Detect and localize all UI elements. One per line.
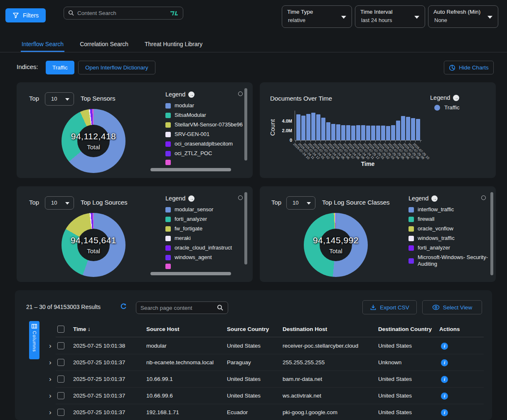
legend-horizontal-scrollbar[interactable] [150, 168, 231, 171]
legend-item[interactable]: forti_analyzer [409, 245, 488, 251]
bar[interactable] [406, 117, 410, 140]
column-header-source-country[interactable]: Source Country [227, 323, 269, 336]
row-expander-icon[interactable]: › [49, 371, 52, 388]
legend-item[interactable]: StellarVM-Sensor-0735be96 [165, 121, 245, 128]
traffic-index-button[interactable]: Traffic [46, 61, 74, 74]
tab-threat-hunting-library[interactable]: Threat Hunting Library [144, 37, 203, 52]
bar[interactable] [386, 126, 390, 140]
legend-item-label: SitsaModular [175, 112, 206, 119]
legend-item[interactable]: forti_analyzer [165, 216, 245, 222]
legend-vertical-scrollbar[interactable] [244, 192, 247, 264]
legend-item[interactable]: windows_traffic [409, 235, 488, 242]
row-expander-icon[interactable]: › [49, 404, 52, 420]
top-n-select[interactable]: 10 [45, 92, 74, 106]
legend-vertical-scrollbar[interactable] [244, 88, 247, 161]
bar[interactable] [321, 118, 325, 140]
row-info-icon[interactable]: i [441, 409, 448, 416]
legend-radio-icon[interactable] [238, 195, 243, 200]
bar[interactable] [346, 125, 350, 140]
bar[interactable] [351, 126, 355, 140]
legend-vertical-scrollbar[interactable] [490, 192, 493, 275]
legend-item[interactable]: windows_agent [165, 254, 245, 261]
legend-item[interactable]: oci_orasenatdpltsecitom [165, 141, 245, 147]
column-header-destination-country[interactable]: Destination Country [378, 323, 432, 336]
column-header-actions[interactable]: Actions [439, 323, 460, 336]
bar[interactable] [316, 114, 320, 140]
bar[interactable] [401, 116, 405, 140]
legend-scroll-arrow-icon[interactable]: → [188, 195, 194, 202]
tab-correlation-search[interactable]: Correlation Search [79, 37, 129, 52]
legend-item[interactable]: meraki [165, 235, 245, 242]
legend-item[interactable]: modular_sensor [165, 206, 245, 213]
bar[interactable] [366, 126, 370, 140]
row-info-icon[interactable]: i [441, 376, 448, 383]
bar[interactable] [356, 125, 360, 140]
bar[interactable] [391, 125, 395, 140]
bar[interactable] [371, 126, 375, 140]
row-checkbox[interactable] [57, 392, 64, 399]
bar[interactable] [336, 124, 340, 140]
bar[interactable] [331, 124, 335, 140]
bar[interactable] [376, 126, 380, 140]
legend-scroll-arrow-icon[interactable]: → [188, 91, 194, 98]
legend-item[interactable]: fw_fortigate [165, 225, 245, 232]
bar[interactable] [296, 114, 300, 140]
legend-item[interactable]: oracle_cloud_infrastruct [165, 245, 245, 251]
legend-radio-icon[interactable] [481, 195, 486, 200]
bar[interactable] [396, 121, 400, 140]
time-interval-dropdown[interactable]: Time Interval last 24 hours [355, 5, 425, 28]
legend-item[interactable]: oci_ZTLZ_POC [165, 150, 245, 157]
row-checkbox[interactable] [57, 409, 64, 416]
row-expander-icon[interactable]: › [49, 388, 52, 404]
export-csv-button[interactable]: Export CSV [362, 300, 417, 314]
bar[interactable] [381, 126, 385, 140]
page-search-box[interactable] [136, 301, 228, 314]
row-checkbox[interactable] [57, 342, 64, 349]
bar[interactable] [411, 118, 415, 140]
legend-item[interactable]: SitsaModular [165, 112, 245, 119]
legend-item[interactable]: modular [165, 102, 245, 109]
legend-horizontal-scrollbar[interactable] [150, 272, 231, 275]
page-search-input[interactable] [140, 305, 217, 311]
legend-item[interactable] [165, 264, 245, 269]
legend-item[interactable]: Microsoft-Windows- Security-Auditing [409, 254, 488, 267]
row-expander-icon[interactable]: › [49, 338, 52, 354]
row-info-icon[interactable]: i [441, 393, 448, 400]
select-all-checkbox[interactable] [57, 326, 64, 333]
legend-item[interactable]: oracle_vcnflow [409, 225, 488, 232]
column-header-destination-host[interactable]: Destination Host [283, 323, 327, 336]
open-interflow-dictionary-button[interactable]: Open Interflow Dictionary [78, 61, 155, 74]
auto-refresh-dropdown[interactable]: Auto Refresh (Min) None [428, 5, 498, 28]
row-checkbox[interactable] [57, 376, 64, 383]
row-info-icon[interactable]: i [441, 343, 448, 350]
bar[interactable] [306, 114, 310, 140]
bar[interactable] [311, 113, 315, 140]
bar[interactable] [361, 125, 365, 140]
column-header-time[interactable]: Time ↓ [73, 323, 91, 336]
top-n-select[interactable]: 10 [286, 196, 315, 210]
legend-item[interactable] [165, 160, 245, 165]
column-header-source-host[interactable]: Source Host [146, 323, 180, 336]
legend-radio-icon[interactable] [238, 91, 243, 96]
bar[interactable] [341, 125, 345, 140]
legend-item[interactable]: firewall [409, 216, 488, 222]
filters-button[interactable]: Filters [5, 8, 46, 22]
refresh-icon[interactable] [120, 303, 127, 311]
legend-item[interactable]: interflow_traffic [409, 206, 488, 213]
time-type-dropdown[interactable]: Time Type relative [282, 5, 352, 28]
top-n-select[interactable]: 10 [45, 196, 74, 210]
bar[interactable] [416, 119, 420, 140]
legend-item[interactable]: SRV-GEN-001 [165, 131, 245, 138]
content-search-input[interactable] [77, 10, 167, 16]
tab-interflow-search[interactable]: Interflow Search [21, 37, 64, 52]
bar[interactable] [301, 116, 305, 140]
row-info-icon[interactable]: i [441, 359, 448, 366]
legend-scroll-arrow-icon[interactable]: → [431, 195, 438, 202]
select-view-button[interactable]: Select View [422, 300, 482, 314]
top-n-value: 10 [51, 96, 57, 102]
row-expander-icon[interactable]: › [49, 354, 52, 371]
hide-charts-button[interactable]: Hide Charts [444, 61, 494, 74]
bar[interactable] [326, 122, 330, 140]
row-checkbox[interactable] [57, 359, 64, 366]
content-search-box[interactable] [64, 7, 183, 20]
